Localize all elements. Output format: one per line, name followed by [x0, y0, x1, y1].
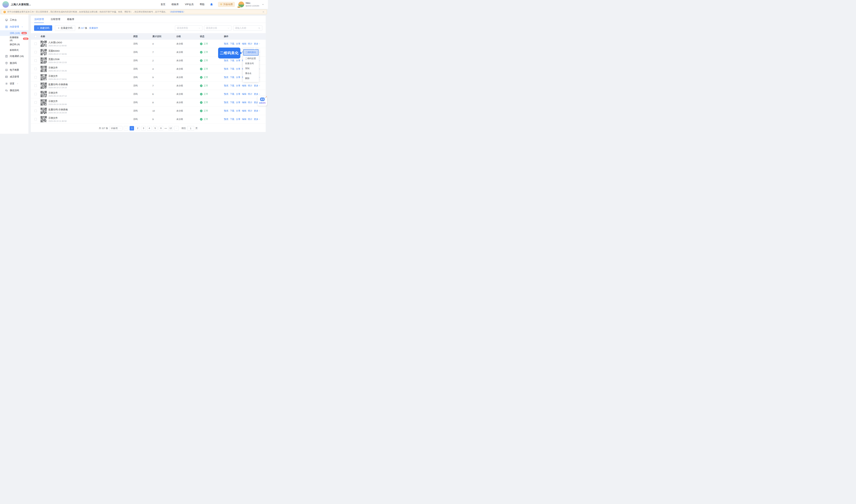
action-download-link[interactable]: 下载 — [230, 109, 234, 112]
qr-code-thumbnail[interactable] — [40, 100, 47, 106]
next-page-button[interactable] — [174, 126, 179, 130]
action-download-link[interactable]: 下载 — [230, 84, 234, 87]
action-download-link[interactable]: 下载 — [230, 118, 234, 121]
action-download-link[interactable]: 下载 — [230, 76, 234, 79]
action-edit-link[interactable]: 编辑 — [242, 118, 246, 121]
action-stats-link[interactable]: 统计 — [248, 101, 252, 104]
sidebar-item-live-codes[interactable]: 活码 (119)new — [0, 30, 29, 36]
sidebar-item-e-album[interactable]: 电子画册 — [0, 67, 29, 73]
close-icon[interactable] — [262, 11, 264, 13]
goto-page-input[interactable]: 1 — [187, 126, 194, 130]
action-stats-link[interactable]: 统计 — [248, 84, 252, 87]
page-button-2[interactable]: 2 — [135, 126, 140, 130]
type-filter-select[interactable]: 请选择类型 — [175, 25, 202, 31]
page-button-12[interactable]: 12 — [169, 126, 173, 130]
action-stats-link[interactable]: 统计 — [248, 109, 252, 112]
action-stats-link[interactable]: 统计 — [248, 92, 252, 95]
action-edit-link[interactable]: 编辑 — [242, 84, 246, 87]
action-preview-link[interactable]: 预览 — [224, 84, 228, 87]
qr-code-thumbnail[interactable] — [40, 83, 47, 89]
action-preview-link[interactable]: 预览 — [224, 76, 228, 79]
action-download-link[interactable]: 下载 — [230, 42, 234, 45]
action-download-link[interactable]: 下载 — [230, 92, 234, 95]
sidebar-item-content-management[interactable]: 内容管理 — [0, 23, 29, 30]
action-preview-link[interactable]: 预览 — [224, 92, 228, 95]
page-button-5[interactable]: 5 — [153, 126, 157, 130]
row-checkbox[interactable] — [34, 93, 37, 95]
sidebar-item-member-management[interactable]: 成员管理 — [0, 73, 29, 80]
row-checkbox[interactable] — [34, 85, 37, 87]
qr-code-thumbnail[interactable] — [40, 116, 47, 122]
qr-code-thumbnail[interactable] — [40, 91, 47, 97]
row-checkbox[interactable] — [34, 76, 37, 78]
new-live-code-button[interactable]: 新建活码 — [34, 25, 52, 31]
online-service-widget[interactable]: 在线咨询 — [257, 96, 267, 106]
action-more-link[interactable]: 更多 — [254, 109, 260, 112]
dropdown-item-二维码美化[interactable]: 二维码美化 — [243, 49, 258, 56]
action-stats-link[interactable]: 统计 — [248, 42, 252, 45]
sidebar-item-static-codes[interactable]: 静态码 (9) — [0, 41, 29, 47]
action-more-link[interactable]: 更多 — [254, 84, 260, 87]
action-share-link[interactable]: 分享 — [236, 92, 240, 95]
action-preview-link[interactable]: 预览 — [224, 109, 228, 112]
page-button-4[interactable]: 4 — [147, 126, 152, 130]
row-checkbox[interactable] — [34, 101, 37, 104]
row-checkbox[interactable] — [34, 59, 37, 62]
nav-item-help[interactable]: 帮助 — [200, 3, 204, 6]
user-menu[interactable]: VIP Niko 组织ID:1329284 — [238, 2, 264, 7]
page-button-1[interactable]: 1 — [130, 126, 134, 130]
sidebar-item-workbench[interactable]: 工作台 — [0, 17, 29, 23]
tab-live-code-management[interactable]: 活码管理 — [34, 16, 44, 23]
dropdown-item-重命名[interactable]: 重命名 — [243, 71, 259, 76]
batch-operations-link[interactable]: 批量操作 — [89, 26, 98, 30]
qr-code-thumbnail[interactable] — [40, 57, 47, 64]
row-checkbox[interactable] — [34, 110, 37, 112]
action-share-link[interactable]: 分享 — [236, 67, 240, 70]
action-edit-link[interactable]: 编辑 — [242, 109, 246, 112]
notification-bell-icon[interactable] — [210, 3, 213, 6]
action-preview-link[interactable]: 预览 — [224, 118, 228, 121]
action-edit-link[interactable]: 编辑 — [242, 101, 246, 104]
sidebar-item-survey[interactable]: 问卷调研 (16) — [0, 53, 29, 60]
select-all-checkbox[interactable] — [34, 35, 37, 38]
action-share-link[interactable]: 分享 — [236, 76, 240, 79]
sidebar-item-activation-codes[interactable]: 激活码 — [0, 60, 29, 67]
action-preview-link[interactable]: 预览 — [224, 42, 228, 45]
qr-code-thumbnail[interactable] — [40, 49, 47, 55]
action-more-link[interactable]: 更多 — [254, 92, 260, 95]
batch-create-empty-button[interactable]: 批量建空码 — [55, 25, 75, 31]
action-download-link[interactable]: 下载 — [230, 67, 234, 70]
prev-page-button[interactable] — [124, 126, 128, 130]
dropdown-item-二维码设置[interactable]: 二维码设置 — [243, 56, 259, 61]
qr-code-thumbnail[interactable] — [40, 41, 47, 47]
qr-code-thumbnail[interactable] — [40, 66, 47, 72]
dropdown-item-批量生码[interactable]: 批量生码 — [243, 61, 259, 66]
action-preview-link[interactable]: 预览 — [224, 101, 228, 104]
action-edit-link[interactable]: 编辑 — [242, 92, 246, 95]
action-share-link[interactable]: 分享 — [236, 118, 240, 121]
upgrade-renew-button[interactable]: 升级/续费 — [218, 2, 235, 7]
nav-item-vip-member[interactable]: VIP会员 — [185, 3, 194, 6]
action-download-link[interactable]: 下载 — [230, 59, 234, 62]
row-checkbox[interactable] — [34, 68, 37, 70]
tab-template-library[interactable]: 模板库 — [67, 16, 74, 23]
action-share-link[interactable]: 分享 — [236, 109, 240, 112]
nav-item-home[interactable]: 首页 — [160, 3, 165, 6]
sidebar-item-settings[interactable]: 设置 — [0, 80, 29, 87]
content-policy-link[interactable]: 《内容管理规范》 — [169, 11, 185, 13]
tab-group-management[interactable]: 分组管理 — [51, 16, 60, 23]
action-download-link[interactable]: 下载 — [230, 101, 234, 104]
action-share-link[interactable]: 分享 — [236, 42, 240, 45]
action-share-link[interactable]: 分享 — [236, 84, 240, 87]
action-more-link[interactable]: 更多 — [254, 118, 260, 121]
page-button-3[interactable]: 3 — [141, 126, 146, 130]
action-edit-link[interactable]: 编辑 — [242, 42, 246, 45]
dropdown-item-删除[interactable]: 删除 — [243, 76, 259, 81]
row-checkbox[interactable] — [34, 51, 37, 53]
name-search-input[interactable]: 请输入名称 — [233, 25, 262, 31]
action-share-link[interactable]: 分享 — [236, 59, 240, 62]
qr-code-thumbnail[interactable] — [40, 74, 47, 80]
action-preview-link[interactable]: 预览 — [224, 67, 228, 70]
page-size-select[interactable]: 10条/页 — [109, 126, 122, 130]
group-filter-select[interactable]: 请选择分组 — [204, 25, 232, 31]
